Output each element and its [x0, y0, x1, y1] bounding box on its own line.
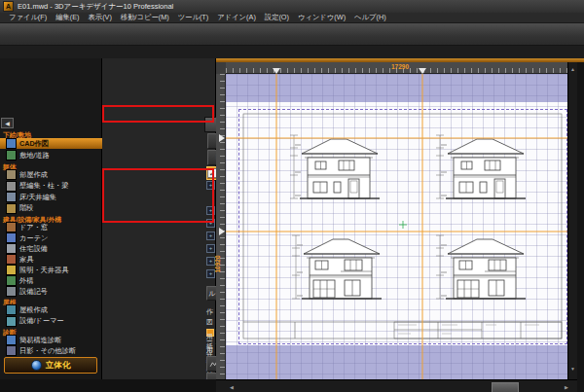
- site-road-icon: [6, 150, 17, 160]
- sidebar-item-room[interactable]: 部屋作成: [0, 169, 102, 180]
- tree-expand-icon[interactable]: +: [206, 244, 215, 253]
- housing-equipment-icon: [6, 243, 17, 254]
- tree-expand-icon[interactable]: +: [206, 219, 215, 228]
- room-icon: [6, 169, 17, 180]
- menu-edit[interactable]: 編集(E): [55, 13, 79, 22]
- exterior-icon: [6, 275, 17, 286]
- menu-view[interactable]: 表示(V): [89, 13, 112, 22]
- elevation-drawings: [226, 74, 567, 379]
- scroll-left-icon[interactable]: ◀: [230, 384, 234, 390]
- elevation-west: [436, 135, 526, 198]
- title-block: [394, 322, 562, 339]
- drawing-frame: [243, 114, 562, 339]
- structure-diagnosis-icon: [6, 335, 17, 345]
- app-window: A E01.mwd - 3Dアーキデザイナー10 Professional ファ…: [0, 0, 584, 392]
- ruler-corner: [216, 62, 226, 74]
- sidebar-item-cad-draw[interactable]: CAD作図: [0, 138, 102, 149]
- menu-bar: ファイル(F) 編集(E) 表示(V) 移動/コピー(M) ツール(T) アドイ…: [0, 13, 584, 23]
- scroll-down-icon[interactable]: ▼: [570, 366, 575, 372]
- roof-icon: [6, 304, 17, 315]
- window-title: E01.mwd - 3Dアーキデザイナー10 Professional: [18, 2, 173, 12]
- sidebar-item-dormer[interactable]: 設備/ドーマー: [0, 316, 102, 327]
- title-bar: A E01.mwd - 3Dアーキデザイナー10 Professional: [0, 0, 584, 13]
- sidebar-item-stairs[interactable]: 階段: [0, 203, 102, 214]
- menu-addin[interactable]: アドイン(A): [217, 13, 256, 22]
- door-window-icon: [6, 222, 17, 232]
- horizontal-distance-value: 17290: [391, 63, 409, 70]
- window-right-edge: [577, 62, 584, 392]
- elevation-south: [292, 235, 382, 299]
- globe-icon: [31, 360, 42, 371]
- shadow-diagnosis-icon: [6, 345, 17, 356]
- vertical-ruler-ticks: [220, 74, 225, 379]
- dormer-icon: [6, 316, 17, 327]
- sidebar-item-site-road[interactable]: 敷地/道路: [0, 150, 102, 160]
- tree-collapse-icon[interactable]: +: [206, 181, 215, 190]
- sidebar-item-door-window[interactable]: ドア・窓: [0, 222, 102, 232]
- vertical-ruler[interactable]: 10920: [216, 74, 226, 379]
- furniture-icon: [6, 254, 17, 265]
- elevation-east: [290, 135, 380, 198]
- sidebar-item-curtain[interactable]: カーテン: [0, 232, 102, 243]
- sidebar-item-furniture[interactable]: 家具: [0, 254, 102, 265]
- sidebar-item-equipment-symbol[interactable]: 設備記号: [0, 286, 102, 297]
- sidebar-collapse-button[interactable]: ◀: [1, 118, 14, 128]
- horizontal-scrollbar[interactable]: ◀ ▶: [216, 379, 577, 392]
- sidebar-item-roof[interactable]: 屋根作成: [0, 304, 102, 315]
- sidebar-item-exterior[interactable]: 外構: [0, 275, 102, 286]
- solidify-3d-button[interactable]: 立体化: [4, 357, 97, 374]
- sidebar-item-structure-diagnosis[interactable]: 簡易構造診断: [0, 335, 102, 345]
- menu-window[interactable]: ウィンドウ(W): [298, 13, 346, 22]
- stairs-icon: [6, 203, 17, 214]
- wall-column-icon: [6, 181, 17, 192]
- drawing-canvas[interactable]: [226, 74, 567, 379]
- tree-expand-icon[interactable]: +: [206, 206, 215, 215]
- menu-file[interactable]: ファイル(F): [9, 13, 47, 22]
- vertical-distance-value: 10920: [214, 255, 221, 272]
- menu-settings[interactable]: 設定(O): [265, 13, 289, 22]
- cad-draw-icon: [6, 138, 17, 149]
- sidebar-item-wall-column[interactable]: 壁編集・柱・梁: [0, 181, 102, 192]
- sidebar-item-shadow-diagnosis[interactable]: 日影・その他診断: [0, 345, 102, 356]
- horizontal-scroll-thumb[interactable]: [492, 382, 519, 392]
- vertical-scrollbar[interactable]: ▲ ▼: [567, 62, 577, 379]
- ruler-marker-bottom[interactable]: [219, 228, 225, 235]
- scroll-up-icon[interactable]: ▲: [570, 66, 575, 72]
- floor-tab-bar: ? 使い方ガイド 地下1階 1階 2階 3階 4階: [0, 46, 584, 58]
- horizontal-ruler[interactable]: 17290: [226, 62, 567, 74]
- lighting-icon: [6, 265, 17, 275]
- ruler-marker-top[interactable]: [219, 134, 225, 142]
- curtain-icon: [6, 232, 17, 243]
- page-center-marker: [399, 221, 407, 229]
- sidebar-item-lighting[interactable]: 照明・天井器具: [0, 265, 102, 275]
- guide-lines[interactable]: [226, 74, 567, 379]
- menu-tools[interactable]: ツール(T): [178, 13, 209, 22]
- main-toolbar: ← メインメニューへ: [0, 23, 584, 46]
- equipment-symbol-icon: [6, 286, 17, 297]
- elevation-north: [436, 235, 526, 299]
- cad-panel: CAD作図 下絵読込 CADデータ入力 位置補正 寸法補正 ✓ 図面枠 ↖ + …: [102, 58, 216, 392]
- tree-expand-icon[interactable]: +: [206, 232, 215, 240]
- app-logo-icon: A: [3, 1, 14, 12]
- floor-ceiling-icon: [6, 192, 17, 202]
- sidebar-item-floor-ceiling[interactable]: 床/天井編集: [0, 192, 102, 202]
- sidebar-item-housing-equipment[interactable]: 住宅設備: [0, 243, 102, 254]
- window-bottom-edge: [0, 379, 216, 392]
- sidebar: ◀ 下絵/敷地 CAD作図 敷地/道路 躯体 部屋作成 壁編集・柱・梁 床/天井…: [0, 58, 102, 392]
- menu-move-copy[interactable]: 移動/コピー(M): [121, 13, 169, 22]
- scroll-right-icon[interactable]: ▶: [565, 384, 568, 390]
- menu-help[interactable]: ヘルプ(H): [354, 13, 386, 22]
